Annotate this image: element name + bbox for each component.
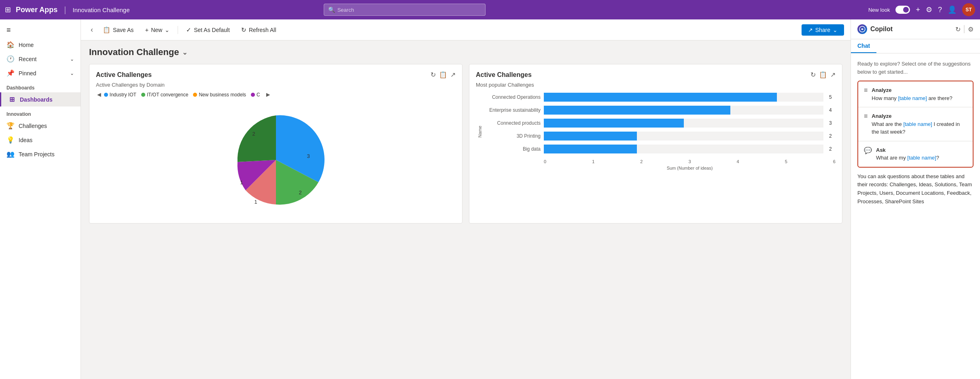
suggestion-text-1: Analyze What are the [table name] I crea…	[872, 112, 967, 136]
settings-icon[interactable]: ⚙	[926, 5, 932, 14]
plus-icon[interactable]: +	[916, 6, 920, 14]
chart-header-2: Active Challenges ↻ 📋 ↗	[476, 71, 836, 79]
back-button[interactable]: ‹	[87, 24, 96, 36]
suggestion-link-1[interactable]: [table name]	[903, 121, 932, 127]
sidebar-item-team-projects[interactable]: 👥 Team Projects	[0, 147, 81, 161]
suggestion-text-2: Ask What are my [table name]?	[876, 146, 939, 162]
bar-row-3: 3D Printing 2	[484, 132, 836, 141]
charts-row: Active Challenges ↻ 📋 ↗ Active Challenge…	[89, 64, 842, 224]
sidebar-item-home[interactable]: 🏠 Home	[0, 38, 81, 52]
new-look-toggle[interactable]	[895, 6, 910, 14]
dashboards-icon: ⊞	[8, 96, 16, 103]
plus-icon: +	[145, 26, 148, 33]
sidebar-item-label: Dashboards	[20, 96, 53, 103]
y-axis-label: Name	[477, 126, 482, 137]
ask-icon: 💬	[864, 147, 872, 154]
legend-label-3: C	[257, 92, 260, 98]
y-axis-label-container: Name	[476, 93, 484, 170]
bar-value-1: 4	[829, 107, 836, 113]
x-axis: 0 1 2 3 4 5 6	[484, 158, 836, 164]
chart-actions-2: ↻ 📋 ↗	[810, 71, 836, 79]
bar-chart-rows: Connected Operations 5 Enterprise sustai…	[484, 93, 836, 170]
bar-label-2: Connected products	[484, 120, 541, 126]
chart-expand-button-2[interactable]: ↗	[830, 71, 836, 79]
chart-actions-1: ↻ 📋 ↗	[431, 71, 456, 79]
save-icon: 📋	[103, 26, 110, 34]
chart-expand-button-1[interactable]: ↗	[450, 71, 456, 79]
nav-separator: |	[64, 5, 66, 15]
suggestion-card-1[interactable]: ≡ Analyze What are the [table name] I cr…	[858, 107, 973, 141]
chat-intro: Ready to explore? Select one of the sugg…	[857, 60, 974, 76]
page-title: Innovation Challenge ⌄	[89, 47, 842, 57]
save-as-label: Save As	[113, 27, 134, 33]
chart-export-button-1[interactable]: 📋	[439, 71, 447, 79]
page-content: Innovation Challenge ⌄ Active Challenges…	[81, 40, 851, 379]
legend-dot-2	[193, 93, 197, 97]
avatar[interactable]: ST	[962, 3, 975, 16]
new-label: New	[151, 27, 162, 33]
sidebar-menu-icon[interactable]: ≡	[0, 23, 81, 38]
copilot-panel: Copilot ↻ ⚙ Chat Ready to explore? Selec…	[851, 19, 980, 379]
bar-value-2: 3	[829, 120, 836, 126]
home-icon: 🏠	[6, 41, 15, 49]
legend-dot-3	[251, 93, 255, 97]
chart-legend-1: ◄ Industry IOT IT/OT convergence New bus…	[96, 91, 456, 98]
search-input[interactable]	[337, 7, 481, 13]
share-label: Share	[815, 27, 830, 33]
chart-header-1: Active Challenges ↻ 📋 ↗	[96, 71, 456, 79]
share-chevron-icon: ⌄	[833, 27, 838, 33]
svg-text:2: 2	[252, 131, 255, 137]
chart-export-button-2[interactable]: 📋	[819, 71, 827, 79]
analyze-icon-0: ≡	[864, 87, 868, 94]
page-title-dropdown-icon[interactable]: ⌄	[182, 49, 187, 56]
sidebar-item-ideas[interactable]: 💡 Ideas	[0, 133, 81, 147]
suggestion-card-0[interactable]: ≡ Analyze How many [table name] are ther…	[858, 81, 973, 107]
sidebar-item-dashboards[interactable]: ⊞ Dashboards	[0, 92, 81, 106]
chart-title-1: Active Challenges	[96, 71, 152, 79]
suggestion-text-0: Analyze How many [table name] are there?	[872, 86, 952, 102]
bar-value-0: 5	[829, 94, 836, 100]
legend-next-button[interactable]: ►	[265, 91, 272, 98]
bar-fill-3	[544, 132, 637, 141]
people-icon[interactable]: 👤	[948, 5, 957, 14]
bar-row-4: Big data 2	[484, 145, 836, 153]
refresh-all-button[interactable]: ↻ Refresh All	[236, 24, 281, 36]
suggestion-link-2[interactable]: [table name]	[907, 155, 936, 161]
challenges-icon: 🏆	[6, 122, 15, 130]
copilot-refresh-button[interactable]: ↻	[955, 25, 961, 33]
grid-icon[interactable]: ⊞	[5, 5, 11, 14]
bar-label-1: Enterprise sustainability	[484, 107, 541, 113]
new-look-label: New look	[868, 7, 890, 13]
chevron-down-icon: ⌄	[165, 27, 170, 33]
sidebar-section-dashboards: Dashboards	[0, 80, 81, 92]
new-button[interactable]: + New ⌄	[140, 24, 174, 36]
bar-row-0: Connected Operations 5	[484, 93, 836, 102]
sidebar-item-recent[interactable]: 🕐 Recent ⌄	[0, 52, 81, 66]
main-content: ‹ 📋 Save As + New ⌄ ✓ Set As Default ↻ R…	[81, 19, 851, 379]
set-as-default-button[interactable]: ✓ Set As Default	[181, 24, 235, 36]
suggestion-link-0[interactable]: [table name]	[898, 95, 927, 101]
pin-icon: 📌	[6, 69, 15, 77]
sidebar-item-label: Recent	[19, 56, 36, 62]
copilot-settings-button[interactable]: ⚙	[968, 25, 974, 33]
bar-chart-area: Name Connected Operations 5	[476, 93, 836, 170]
sidebar-item-label: Challenges	[19, 123, 47, 129]
suggestion-label-1: Analyze	[872, 112, 967, 120]
sidebar-item-challenges[interactable]: 🏆 Challenges	[0, 119, 81, 133]
bar-track-3	[544, 132, 823, 141]
search-box[interactable]: 🔍	[324, 4, 486, 16]
share-button[interactable]: ↗ Share ⌄	[802, 24, 844, 36]
chart-refresh-button-2[interactable]: ↻	[810, 71, 816, 79]
help-icon[interactable]: ?	[938, 6, 942, 14]
top-nav: ⊞ Power Apps | Innovation Challenge 🔍 Ne…	[0, 0, 980, 19]
suggestion-card-2[interactable]: 💬 Ask What are my [table name]?	[858, 141, 973, 167]
legend-prev-button[interactable]: ◄	[96, 91, 102, 98]
bar-row-2: Connected products 3	[484, 119, 836, 128]
copilot-header-icons: ↻ ⚙	[955, 25, 974, 33]
copilot-divider	[964, 25, 965, 33]
sidebar-item-pinned[interactable]: 📌 Pinned ⌄	[0, 66, 81, 80]
tab-chat[interactable]: Chat	[851, 39, 876, 53]
sidebar-section-innovation: Innovation	[0, 106, 81, 119]
save-as-button[interactable]: 📋 Save As	[98, 24, 138, 36]
chart-refresh-button-1[interactable]: ↻	[431, 71, 436, 79]
